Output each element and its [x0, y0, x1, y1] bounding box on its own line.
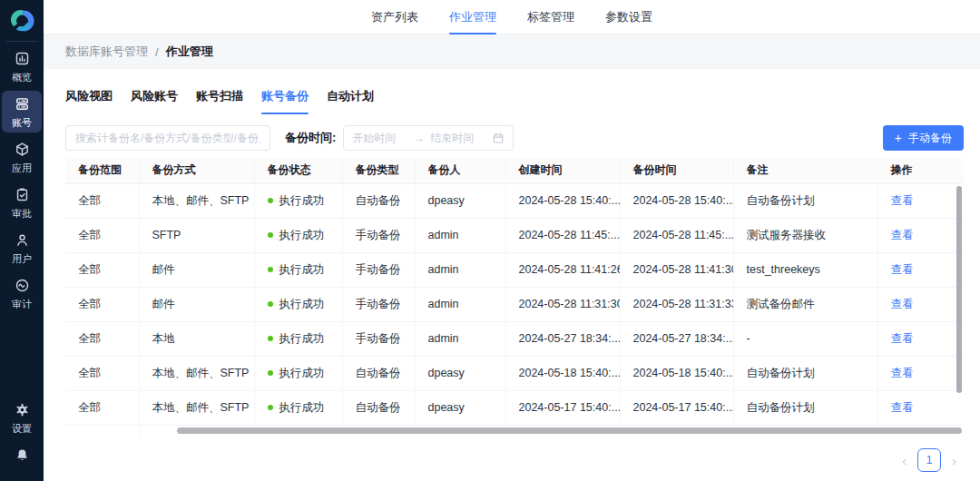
operator-cell: dpeasy: [415, 356, 505, 390]
content-panel: 风险视图 风险账号 账号扫描 账号备份 自动计划 备份时间: 开始时间 → 结束…: [44, 69, 980, 481]
action-cell: 查看: [877, 390, 964, 425]
scope-cell: 全部: [65, 252, 139, 287]
view-link[interactable]: 查看: [891, 229, 914, 241]
col-header-backup-time: 备份时间: [620, 158, 733, 183]
sidebar-item-label: 账号: [12, 118, 32, 128]
backup_time-cell: 2024-05-28 11:41:30: [620, 252, 733, 287]
table-row: 全部SFTP执行成功手动备份admin2024-05-28 11:45:...2…: [65, 218, 964, 252]
manual-backup-label: 手动备份: [908, 131, 952, 146]
status-cell: 执行成功: [254, 218, 342, 252]
sidebar-item-approval[interactable]: 审批: [2, 182, 42, 223]
scope-cell: 全部: [65, 390, 139, 425]
audit-icon: [15, 278, 30, 297]
notifications-button[interactable]: [15, 447, 30, 466]
created-cell: 2024-05-17 15:40:...: [505, 390, 620, 425]
operator-cell: dpeasy: [415, 390, 505, 425]
tab-auto-plan[interactable]: 自动计划: [327, 78, 374, 114]
sidebar-item-label: 审计: [12, 299, 32, 309]
breadcrumb: 数据库账号管理 / 作业管理: [44, 34, 980, 69]
sidebar-item-label: 设置: [12, 424, 32, 434]
col-header-type: 备份类型: [342, 158, 415, 183]
view-link[interactable]: 查看: [891, 194, 914, 207]
action-cell: 查看: [877, 252, 964, 287]
status-cell: 执行成功: [254, 356, 342, 390]
accounts-icon: [15, 96, 30, 115]
status-cell: 执行成功: [254, 287, 342, 321]
status-cell: 执行成功: [254, 321, 342, 356]
vertical-scrollbar[interactable]: [956, 186, 962, 393]
method-cell: 本地、邮件、SFTP: [139, 356, 254, 390]
breadcrumb-parent[interactable]: 数据库账号管理: [65, 44, 148, 60]
scope-cell: 全部: [65, 287, 139, 321]
method-cell: 邮件: [139, 287, 254, 321]
table-header: 备份范围 备份方式 备份状态 备份类型 备份人 创建时间 备份时间 备注 操作: [65, 158, 964, 183]
tab-risk-view[interactable]: 风险视图: [65, 78, 113, 114]
method-cell: 本地、邮件、SFTP: [139, 183, 254, 218]
status-success-dot-icon: [268, 405, 273, 410]
tab-risk-accounts[interactable]: 风险账号: [131, 78, 178, 114]
page-number-1[interactable]: 1: [917, 448, 941, 472]
sidebar-item-users[interactable]: 用户: [2, 227, 42, 269]
col-header-scope: 备份范围: [65, 158, 139, 183]
action-cell: 查看: [877, 356, 964, 390]
method-cell: 邮件: [139, 252, 254, 287]
table-body: 全部本地、邮件、SFTP执行成功自动备份dpeasy2024-05-28 15:…: [65, 183, 964, 436]
tab-account-backup[interactable]: 账号备份: [261, 78, 309, 114]
overview-icon: [15, 51, 30, 70]
scope-cell: 全部: [65, 183, 139, 218]
view-link[interactable]: 查看: [891, 332, 914, 345]
topnav-item-jobs[interactable]: 作业管理: [447, 0, 498, 34]
backup-time-label: 备份时间:: [285, 130, 336, 146]
col-header-actions: 操作: [877, 158, 964, 183]
sidebar-item-overview[interactable]: 概览: [2, 45, 42, 87]
topnav-item-params[interactable]: 参数设置: [603, 0, 654, 34]
sidebar-item-accounts[interactable]: 账号: [2, 91, 42, 133]
date-start-placeholder: 开始时间: [352, 131, 408, 146]
created-cell: 2024-05-28 11:31:30: [505, 287, 620, 321]
note-cell: test_threekeys: [733, 252, 877, 287]
created-cell: 2024-05-27 18:34:...: [505, 321, 620, 356]
topnav-item-tags[interactable]: 标签管理: [525, 0, 576, 34]
manual-backup-button[interactable]: + 手动备份: [883, 125, 964, 151]
tab-account-scan[interactable]: 账号扫描: [196, 78, 243, 114]
status-success-dot-icon: [268, 232, 273, 238]
sidebar-item-settings[interactable]: 设置: [2, 397, 42, 438]
col-header-method: 备份方式: [139, 158, 254, 183]
sidebar-item-label: 审批: [12, 209, 32, 219]
table-row: 全部本地、邮件、SFTP执行成功自动备份dpeasy2024-05-17 15:…: [65, 390, 964, 425]
view-link[interactable]: 查看: [891, 367, 914, 379]
status-success-dot-icon: [268, 370, 273, 376]
topnav-item-assets[interactable]: 资产列表: [369, 0, 420, 34]
view-link[interactable]: 查看: [891, 401, 914, 414]
prev-page-icon[interactable]: ‹: [902, 454, 906, 467]
calendar-icon: [492, 132, 505, 144]
type-cell: 自动备份: [342, 390, 415, 425]
operator-cell: admin: [415, 218, 505, 252]
operator-cell: admin: [415, 287, 505, 321]
view-link[interactable]: 查看: [891, 263, 914, 276]
toolbar: 备份时间: 开始时间 → 结束时间 + 手动备份: [65, 125, 964, 151]
search-input[interactable]: [65, 125, 270, 151]
next-page-icon[interactable]: ›: [952, 454, 956, 467]
note-cell: 自动备份计划: [733, 183, 877, 218]
status-success-dot-icon: [268, 267, 273, 272]
view-link[interactable]: 查看: [891, 298, 914, 310]
main-area: 资产列表 作业管理 标签管理 参数设置 数据库账号管理 / 作业管理 风险视图 …: [44, 0, 980, 481]
horizontal-scrollbar[interactable]: [177, 427, 962, 434]
sidebar-item-audit[interactable]: 审计: [2, 272, 42, 314]
tab-bar: 风险视图 风险账号 账号扫描 账号备份 自动计划: [65, 78, 964, 114]
status-cell: 执行成功: [254, 252, 342, 287]
date-range-picker[interactable]: 开始时间 → 结束时间: [343, 125, 514, 151]
approval-icon: [15, 187, 30, 206]
type-cell: 手动备份: [342, 287, 415, 321]
arrow-right-icon: →: [414, 132, 425, 144]
method-cell: 本地、邮件、SFTP: [139, 390, 254, 425]
type-cell: 手动备份: [342, 321, 415, 356]
apps-icon: [15, 142, 30, 161]
note-cell: 测试备份邮件: [733, 287, 877, 321]
table-row: 全部本地、邮件、SFTP执行成功自动备份dpeasy2024-05-28 15:…: [65, 183, 964, 218]
created-cell: 2024-05-18 15:40:...: [505, 356, 620, 390]
sidebar-item-apps[interactable]: 应用: [2, 136, 42, 178]
status-cell: 执行成功: [254, 390, 342, 425]
status-success-dot-icon: [268, 198, 273, 203]
